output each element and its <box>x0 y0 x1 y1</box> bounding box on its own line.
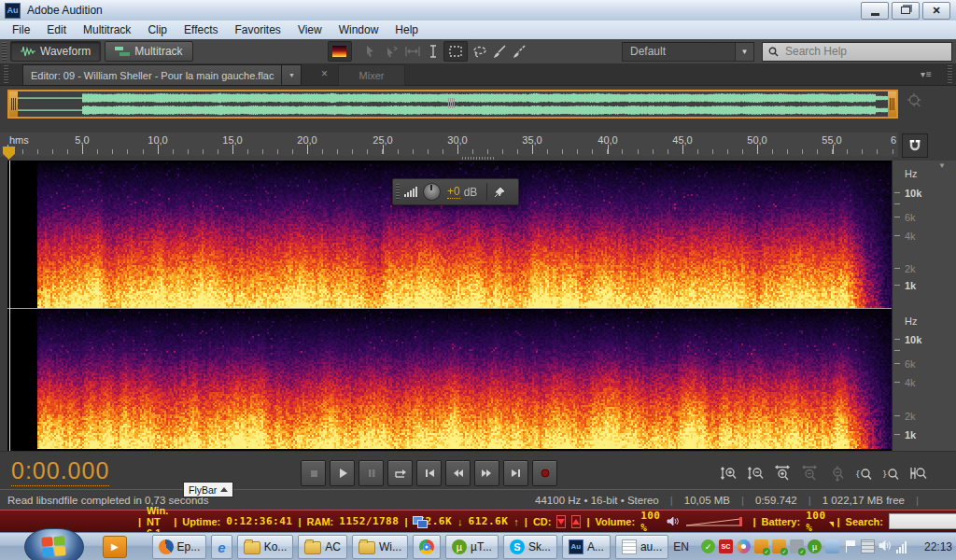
channel-divider[interactable] <box>7 308 892 309</box>
go-to-start-button[interactable] <box>416 460 442 486</box>
lasso-selection-tool[interactable] <box>470 42 490 61</box>
overview-grip[interactable] <box>448 98 455 108</box>
go-to-end-button[interactable] <box>503 460 528 486</box>
hud-grip[interactable] <box>396 184 400 200</box>
zoom-in-right-selection-button[interactable]: } <box>881 464 901 482</box>
pause-button[interactable] <box>358 460 384 486</box>
zoom-in-vertical-button[interactable] <box>719 464 738 482</box>
waveform-overview[interactable] <box>7 90 898 119</box>
rewind-button[interactable] <box>445 460 471 486</box>
menu-view[interactable]: View <box>289 21 330 39</box>
taskbar-button-notepad[interactable]: au... <box>615 535 668 559</box>
sc-tray-icon[interactable]: SC <box>719 539 733 553</box>
zoom-out-vertical-button[interactable] <box>746 464 766 482</box>
media-player-tray-icon[interactable] <box>737 539 751 553</box>
taskbar-button-folder-wi[interactable]: Wi... <box>352 535 408 559</box>
waveform-view-button[interactable]: Waveform <box>10 41 101 62</box>
scrollbar-thumb[interactable] <box>462 157 494 160</box>
toolbar-grip[interactable] <box>2 42 7 61</box>
slip-tool[interactable] <box>382 42 402 61</box>
start-button[interactable] <box>24 528 84 560</box>
taskbar-button-internet-explorer[interactable]: e <box>211 535 232 559</box>
overview-right-handle[interactable] <box>888 91 896 117</box>
utorrent-tray-icon[interactable]: µ <box>808 539 822 553</box>
menu-clip[interactable]: Clip <box>139 21 176 39</box>
network-signal-icon[interactable] <box>896 539 910 553</box>
update-globe-icon[interactable] <box>754 539 768 553</box>
taskbar-button-utorrent[interactable]: µ µT... <box>445 535 499 559</box>
menu-help[interactable]: Help <box>387 21 427 39</box>
zoom-in-left-selection-button[interactable]: { <box>854 464 874 482</box>
record-button[interactable] <box>532 460 557 486</box>
close-button[interactable]: ✕ <box>922 2 950 20</box>
zoom-out-horizontal-button[interactable] <box>800 464 820 482</box>
zoom-reset-button[interactable] <box>827 464 847 482</box>
taskbar-clock[interactable]: 22:13 <box>924 540 952 553</box>
gain-value[interactable]: +0 <box>447 185 460 199</box>
minimize-button[interactable] <box>861 2 889 20</box>
playhead-line[interactable] <box>9 161 10 451</box>
menu-file[interactable]: File <box>4 21 38 39</box>
move-tool[interactable] <box>361 42 382 61</box>
media-player-quicklaunch[interactable]: ▶ <box>103 536 127 558</box>
antivirus-tray-icon[interactable]: ✓ <box>701 539 715 553</box>
flybar-expand-button[interactable] <box>571 515 581 528</box>
menu-effects[interactable]: Effects <box>176 21 226 39</box>
volume-slider[interactable] <box>684 516 748 527</box>
tabbar-grip[interactable] <box>4 65 8 84</box>
app-tray-icon[interactable] <box>825 539 839 553</box>
usb-device-icon[interactable] <box>790 539 804 553</box>
time-display[interactable]: 0:00.000 <box>11 457 109 486</box>
taskbar-button-chrome[interactable] <box>413 535 441 559</box>
timeline-ruler[interactable]: hms 5,0 10,0 15,0 20,0 25,0 30,0 35,0 40… <box>0 133 898 157</box>
workspace-dropdown[interactable]: Default ▼ <box>622 42 754 62</box>
zoom-to-selection-button[interactable] <box>908 464 928 482</box>
clipboard-tray-icon[interactable] <box>861 539 875 553</box>
fast-forward-button[interactable] <box>474 460 499 486</box>
panel-grip[interactable] <box>948 65 952 84</box>
flybar-popup[interactable]: FlyBar <box>183 482 233 497</box>
paintbrush-selection-tool[interactable] <box>490 42 511 61</box>
stretch-tool[interactable] <box>402 42 423 61</box>
sysbar-search-input[interactable] <box>889 513 956 529</box>
gain-hud[interactable]: +0 dB <box>392 178 519 205</box>
tab-editor[interactable]: Editor: 09 - William Sheller - Pour la m… <box>22 64 302 86</box>
taskbar-button-folder-ac[interactable]: AC <box>298 535 347 559</box>
play-button[interactable] <box>330 460 355 486</box>
action-center-flag-icon[interactable] <box>843 539 857 553</box>
time-selection-tool[interactable] <box>423 42 443 61</box>
update-globe-icon[interactable] <box>772 539 786 553</box>
menu-edit[interactable]: Edit <box>38 21 75 39</box>
stop-button[interactable] <box>301 460 326 486</box>
panel-menu-icon[interactable]: ▾≡ <box>921 69 933 79</box>
language-indicator[interactable]: EN <box>673 540 689 553</box>
scale-menu-icon[interactable]: ▼ <box>938 161 946 170</box>
taskbar-button-skype[interactable]: S Sk... <box>503 535 557 559</box>
help-search-input[interactable] <box>783 44 927 59</box>
taskbar-button-folder-ko[interactable]: Ko... <box>237 535 294 559</box>
overview-left-handle[interactable] <box>9 91 18 117</box>
tab-mixer[interactable]: Mixer <box>338 64 405 86</box>
menu-favorites[interactable]: Favorites <box>227 21 289 39</box>
loop-playback-button[interactable] <box>387 460 413 486</box>
volume-tray-icon[interactable] <box>879 539 893 553</box>
restore-button[interactable] <box>892 2 920 20</box>
pin-icon[interactable] <box>494 187 505 198</box>
taskbar-button-firefox[interactable]: Ep... <box>152 535 207 559</box>
spot-healing-brush-tool[interactable] <box>511 42 531 61</box>
collapse-icon[interactable] <box>220 487 228 492</box>
editor-tab-menu-icon[interactable]: ▼ <box>281 65 301 85</box>
menu-multitrack[interactable]: Multitrack <box>75 21 139 39</box>
zoom-in-horizontal-button[interactable] <box>773 464 793 482</box>
snap-toggle-button[interactable] <box>902 133 928 158</box>
gain-knob[interactable] <box>423 183 441 201</box>
spectral-display-toggle[interactable] <box>328 41 352 62</box>
cd-dropdown-button[interactable] <box>556 515 566 528</box>
multitrack-view-button[interactable]: Multitrack <box>105 41 192 62</box>
menu-window[interactable]: Window <box>330 21 387 39</box>
spectrogram-right-channel[interactable] <box>37 310 892 449</box>
help-search[interactable] <box>762 42 952 62</box>
marquee-selection-tool[interactable] <box>443 41 468 62</box>
editor-tab-close-icon[interactable]: × <box>321 67 328 80</box>
taskbar-button-audition[interactable]: Au A... <box>562 535 611 559</box>
